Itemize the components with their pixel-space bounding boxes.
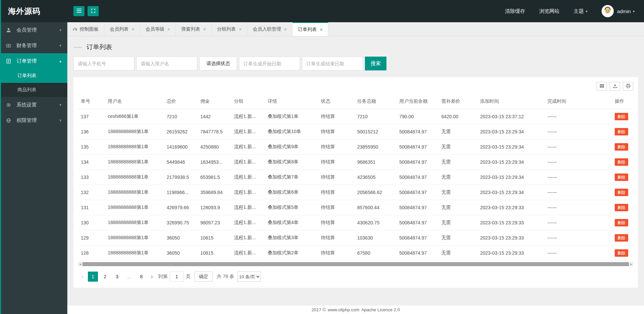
chevron-up-icon: ▴ xyxy=(59,59,61,63)
column-header: 添加时间 xyxy=(477,94,545,109)
title-line xyxy=(73,47,82,48)
page-button-2[interactable]: 2 xyxy=(100,272,110,282)
sidebar-item-orders[interactable]: 订单管理▴ xyxy=(0,53,67,69)
column-header: 状态 xyxy=(318,94,354,109)
pagination: ‹ 123...8 › 到第 页 确定 共 78 条 10 条/页 xyxy=(78,272,633,282)
topbar-buttons xyxy=(67,6,102,16)
next-page-button[interactable]: › xyxy=(147,273,156,280)
columns-button[interactable] xyxy=(597,82,607,91)
page-button-8[interactable]: 8 xyxy=(136,272,146,282)
table-row: 13218888888888第1单1198966...359689.84流程1.… xyxy=(78,185,633,200)
table-row: 12918888888888第1单3605010815流程1.新...叠加模式第… xyxy=(78,230,633,246)
tab-popup-list[interactable]: 弹窗列表× xyxy=(176,22,211,36)
sidebar-item-product-list[interactable]: 商品列表 xyxy=(0,83,67,97)
close-icon[interactable]: × xyxy=(203,27,206,32)
theme-label: 主题 xyxy=(574,8,584,14)
chevron-down-icon: ▾ xyxy=(586,9,587,13)
delete-button[interactable]: 删除 xyxy=(615,219,628,226)
close-icon[interactable]: × xyxy=(239,27,242,32)
username-input[interactable] xyxy=(136,57,197,70)
page-button-3[interactable]: 3 xyxy=(112,272,122,282)
sidebar-item-finance[interactable]: 财务管理▾ xyxy=(0,38,67,53)
table-row: 13318888888888第1单2179938.5653981.5流程1.新.… xyxy=(78,170,633,185)
goto-confirm-button[interactable]: 确定 xyxy=(195,272,213,282)
order-icon xyxy=(6,58,13,64)
sidebar-item-members[interactable]: 会员管理▾ xyxy=(0,22,67,38)
footer: 2017 © www.cltphp.com Apache Licence 2.0 xyxy=(67,306,644,314)
scrollbar-thumb[interactable] xyxy=(82,262,629,266)
horizontal-scrollbar[interactable]: ◂ ▸ xyxy=(78,262,633,266)
order-table-card: 单号用户名总价佣金分组详情状态任务总额用户当前余额需补差价添加时间完成时间操作 … xyxy=(73,77,638,288)
search-button[interactable]: 搜索 xyxy=(365,57,386,70)
columns-icon xyxy=(600,84,604,89)
scroll-right-icon[interactable]: ▸ xyxy=(629,262,633,266)
tab-member-level[interactable]: 会员等级× xyxy=(140,22,176,36)
end-date-input[interactable] xyxy=(302,57,363,70)
column-header: 分组 xyxy=(231,94,265,109)
sidebar-item-order-list[interactable]: 订单列表 xyxy=(0,69,67,83)
phone-input[interactable] xyxy=(73,57,134,70)
table-row: 13118888888888第1单426979.66128093.9流程1.新.… xyxy=(78,200,633,215)
sidebar-submenu: 订单列表商品列表 xyxy=(0,69,67,97)
column-header: 用户名 xyxy=(105,94,164,109)
page-button-1[interactable]: 1 xyxy=(88,272,98,282)
page-size-select[interactable]: 10 条/页 xyxy=(237,272,261,282)
table-row: 13618888888888第1单261592627847778.5流程1.新.… xyxy=(78,124,633,139)
table-row: 13418888888888第1单54498461634953...流程1.新.… xyxy=(78,155,633,170)
footer-year: 2017 © xyxy=(311,307,326,312)
clear-cache-link[interactable]: 清除缓存 xyxy=(505,8,525,14)
tab-order-list[interactable]: 订单列表× xyxy=(293,22,328,36)
download-button[interactable] xyxy=(610,82,620,91)
sidebar-nav: 会员管理▾财务管理▾订单管理▴订单列表商品列表系统设置▾权限管理▾ xyxy=(0,22,67,314)
brand-logo: 海外源码 xyxy=(0,6,67,17)
tab-dashboard[interactable]: 控制面板 xyxy=(67,22,104,36)
column-header: 详情 xyxy=(265,94,318,109)
delete-button[interactable]: 删除 xyxy=(615,249,628,257)
browse-site-link[interactable]: 浏览网站 xyxy=(539,8,560,14)
user-menu[interactable]: admin ▾ xyxy=(617,8,635,14)
print-button[interactable] xyxy=(623,82,633,91)
scroll-left-icon[interactable]: ◂ xyxy=(78,262,82,266)
sidebar-toggle-button[interactable] xyxy=(73,6,84,16)
finance-icon xyxy=(6,43,13,48)
page-title: 订单列表 xyxy=(73,40,638,55)
column-header: 单号 xyxy=(78,94,105,109)
left-accent-border xyxy=(0,0,1,314)
sidebar-item-system[interactable]: 系统设置▾ xyxy=(0,97,67,113)
column-header: 需补差价 xyxy=(439,94,477,109)
delete-button[interactable]: 删除 xyxy=(615,189,628,196)
delete-button[interactable]: 删除 xyxy=(615,174,628,181)
table-header-row: 单号用户名总价佣金分组详情状态任务总额用户当前余额需补差价添加时间完成时间操作 xyxy=(78,94,633,109)
filter-bar: 请选择状态 搜索 xyxy=(73,57,638,70)
hamburger-icon xyxy=(76,8,82,14)
topbar-right: 清除缓存 浏览网站 主题 ▾ admin ▾ xyxy=(491,5,644,17)
status-select-button[interactable]: 请选择状态 xyxy=(199,57,237,70)
close-icon[interactable]: × xyxy=(320,27,323,32)
prev-page-button[interactable]: ‹ xyxy=(78,273,87,280)
close-icon[interactable]: × xyxy=(167,27,170,32)
fullscreen-button[interactable] xyxy=(88,6,99,16)
close-icon[interactable]: × xyxy=(132,27,134,32)
delete-button[interactable]: 删除 xyxy=(615,143,628,151)
delete-button[interactable]: 删除 xyxy=(615,204,628,211)
close-icon[interactable]: × xyxy=(284,27,287,32)
column-header: 用户当前余额 xyxy=(397,94,439,109)
tab-member-list[interactable]: 会员列表× xyxy=(104,22,140,36)
theme-dropdown[interactable]: 主题 ▾ xyxy=(574,8,587,14)
delete-button[interactable]: 删除 xyxy=(615,158,628,166)
tab-group-list[interactable]: 分组列表× xyxy=(212,22,247,36)
table-body: 137ceshi666第1单72101442流程1.新...叠加模式第1单待结算… xyxy=(78,109,633,261)
goto-page-input[interactable] xyxy=(170,272,184,282)
print-icon xyxy=(626,84,631,89)
column-header: 操作 xyxy=(612,94,633,109)
delete-button[interactable]: 删除 xyxy=(615,234,628,242)
tabbar: 控制面板会员列表×会员等级×弹窗列表×分组列表×会员入职管理×订单列表× xyxy=(67,22,644,36)
goto-prefix-label: 到第 xyxy=(158,274,168,280)
start-date-input[interactable] xyxy=(239,57,300,70)
delete-button[interactable]: 删除 xyxy=(615,113,628,120)
sidebar-item-permissions[interactable]: 权限管理▾ xyxy=(0,113,67,128)
user-avatar[interactable] xyxy=(602,5,614,17)
delete-button[interactable]: 删除 xyxy=(615,128,628,135)
footer-site-link[interactable]: www.cltphp.com xyxy=(328,307,360,312)
tab-member-onboarding[interactable]: 会员入职管理× xyxy=(247,22,293,36)
